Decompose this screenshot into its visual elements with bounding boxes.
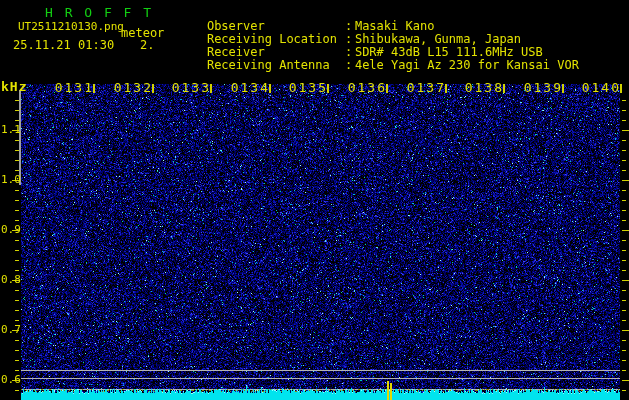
info-value: 4ele Yagi Az 230 for Kansai VOR xyxy=(355,58,579,72)
info-label: Receiving Antenna xyxy=(207,59,345,71)
freq-axis-unit-label: kHz xyxy=(1,79,27,94)
time-tick-label: 0137 xyxy=(407,80,446,95)
info-separator: : xyxy=(345,59,355,71)
time-tick-label: 0131 xyxy=(55,80,94,95)
time-tick-label: 0138 xyxy=(465,80,504,95)
freq-tick-label: 0.6 xyxy=(1,373,21,386)
time-tick-label: 0133 xyxy=(172,80,211,95)
echo-count: 2. xyxy=(140,38,154,52)
freq-tick-label: 1.1 xyxy=(1,123,21,136)
app-title: H R O F F T xyxy=(45,5,153,20)
freq-tick-label: 1.0 xyxy=(1,173,21,186)
filename-label: UT2511210130.png xyxy=(18,20,124,33)
freq-tick-label: 0.7 xyxy=(1,323,21,336)
time-tick-label: 0139 xyxy=(524,80,563,95)
hrofft-output-image: H R O F F T UT2511210130.png meteor 25.1… xyxy=(0,0,629,400)
datetime-label: 25.11.21 01:30 xyxy=(13,38,114,52)
time-tick-label: 0135 xyxy=(289,80,328,95)
freq-tick-label: 0.9 xyxy=(1,223,21,236)
time-tick-label: 0136 xyxy=(348,80,387,95)
time-tick-label: 0134 xyxy=(231,80,270,95)
time-tick-label: 0140 xyxy=(582,80,621,95)
info-row-antenna: Receiving Antenna:4ele Yagi Az 230 for K… xyxy=(178,47,579,83)
freq-tick-label: 0.8 xyxy=(1,273,21,286)
time-tick-label: 0132 xyxy=(114,80,153,95)
